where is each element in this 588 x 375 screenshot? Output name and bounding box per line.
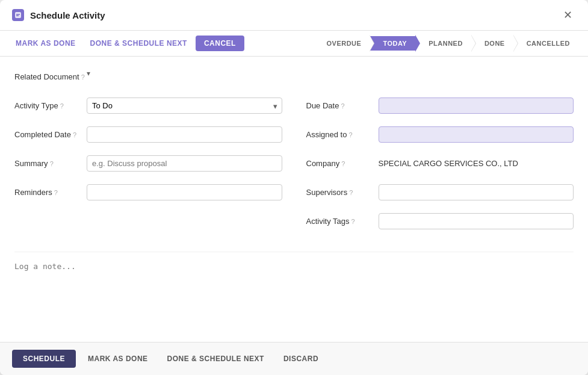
activity-tags-control: [379, 213, 574, 229]
svg-rect-0: [15, 12, 21, 18]
footer-mark-as-done-button[interactable]: MARK AS DONE: [81, 350, 155, 368]
supervisors-input[interactable]: [379, 184, 574, 200]
related-document-label: Related Document ?: [14, 69, 87, 81]
form-section: Activity Type ? To Do Email Call Meeting: [14, 98, 574, 242]
reminders-input[interactable]: [87, 184, 282, 200]
summary-input[interactable]: [87, 155, 282, 172]
assigned-to-help-icon[interactable]: ?: [348, 131, 352, 138]
toolbar-left: MARK AS DONE DONE & SCHEDULE NEXT CANCEL: [10, 36, 315, 51]
summary-row: Summary ?: [14, 155, 282, 175]
dialog-body: Related Document ? ▾ Activity Type ?: [0, 57, 588, 342]
tab-planned[interactable]: PLANNED: [415, 36, 471, 51]
toolbar-right: OVERDUE TODAY PLANNED DONE CANCELLED: [317, 36, 579, 51]
company-value: SPECIAL CARGO SERVICES CO., LTD: [379, 155, 574, 168]
assigned-to-label: Assigned to ?: [306, 126, 379, 139]
dialog-title: Schedule Activity: [30, 10, 105, 20]
discard-button[interactable]: DISCARD: [276, 350, 326, 368]
assigned-to-input[interactable]: Administrator: [379, 126, 574, 143]
supervisors-row: Supervisors ?: [306, 184, 574, 203]
schedule-button[interactable]: SCHEDULE: [12, 350, 76, 368]
completed-date-label: Completed Date ?: [14, 126, 87, 139]
company-row: Company ? SPECIAL CARGO SERVICES CO., LT…: [306, 155, 574, 175]
reminders-row: Reminders ?: [14, 184, 282, 203]
dialog-title-row: Schedule Activity: [12, 9, 105, 21]
due-date-help-icon[interactable]: ?: [341, 102, 344, 110]
activity-type-label: Activity Type ?: [14, 98, 87, 110]
note-textarea[interactable]: [14, 257, 574, 305]
activity-type-select[interactable]: To Do Email Call Meeting: [87, 98, 282, 114]
mark-as-done-button[interactable]: MARK AS DONE: [10, 36, 82, 51]
footer-done-schedule-button[interactable]: DONE & SCHEDULE NEXT: [160, 350, 271, 368]
company-label: Company ?: [306, 155, 379, 168]
dialog-header: Schedule Activity ✕: [0, 0, 588, 31]
company-control: SPECIAL CARGO SERVICES CO., LTD: [379, 155, 574, 168]
supervisors-label: Supervisors ?: [306, 184, 379, 197]
dialog-footer: SCHEDULE MARK AS DONE DONE & SCHEDULE NE…: [0, 342, 588, 375]
due-date-control: 01/05/2024 10:29:43: [379, 98, 574, 114]
summary-label: Summary ?: [14, 155, 87, 168]
reminders-label: Reminders ?: [14, 184, 87, 197]
summary-control: [87, 155, 282, 172]
company-help-icon[interactable]: ?: [341, 160, 345, 167]
supervisors-control: [379, 184, 574, 200]
completed-date-row: Completed Date ?: [14, 126, 282, 146]
assigned-to-control: Administrator: [379, 126, 574, 143]
due-date-input[interactable]: 01/05/2024 10:29:43: [379, 98, 574, 114]
tab-overdue[interactable]: OVERDUE: [317, 36, 370, 51]
form-right-column: Due Date ? 01/05/2024 10:29:43 Assigned …: [306, 98, 574, 242]
related-document-row: Related Document ? ▾: [14, 69, 574, 88]
activity-tags-help-icon[interactable]: ?: [351, 218, 355, 225]
tab-done[interactable]: DONE: [471, 36, 513, 51]
schedule-activity-dialog: Schedule Activity ✕ MARK AS DONE DONE & …: [0, 0, 588, 375]
activity-type-control: To Do Email Call Meeting: [87, 98, 282, 114]
completed-date-input[interactable]: [87, 126, 282, 143]
due-date-row: Due Date ? 01/05/2024 10:29:43: [306, 98, 574, 117]
related-document-dropdown-arrow[interactable]: ▾: [87, 69, 90, 78]
completed-date-control: [87, 126, 282, 143]
related-document-help-icon[interactable]: ?: [81, 73, 85, 81]
activity-tags-input[interactable]: [379, 213, 574, 229]
activity-type-row: Activity Type ? To Do Email Call Meeting: [14, 98, 282, 117]
tab-cancelled[interactable]: CANCELLED: [513, 36, 578, 51]
form-left-column: Activity Type ? To Do Email Call Meeting: [14, 98, 282, 242]
toolbar: MARK AS DONE DONE & SCHEDULE NEXT CANCEL…: [0, 31, 588, 57]
supervisors-help-icon[interactable]: ?: [349, 189, 353, 196]
reminders-control: [87, 184, 282, 200]
note-section: [14, 252, 574, 307]
close-button[interactable]: ✕: [560, 7, 576, 23]
activity-tags-row: Activity Tags ?: [306, 213, 574, 232]
summary-help-icon[interactable]: ?: [50, 160, 54, 167]
tab-today[interactable]: TODAY: [370, 36, 415, 51]
due-date-label: Due Date ?: [306, 98, 379, 110]
completed-date-help-icon[interactable]: ?: [73, 131, 76, 138]
done-schedule-next-button[interactable]: DONE & SCHEDULE NEXT: [84, 36, 193, 51]
activity-icon: [12, 9, 24, 21]
cancel-button[interactable]: CANCEL: [196, 36, 244, 51]
assigned-to-row: Assigned to ? Administrator: [306, 126, 574, 146]
related-document-control: ▾: [87, 69, 574, 78]
activity-type-help-icon[interactable]: ?: [60, 102, 64, 110]
activity-tags-label: Activity Tags ?: [306, 213, 379, 226]
reminders-help-icon[interactable]: ?: [54, 189, 58, 196]
filter-tabs: OVERDUE TODAY PLANNED DONE CANCELLED: [317, 36, 579, 51]
